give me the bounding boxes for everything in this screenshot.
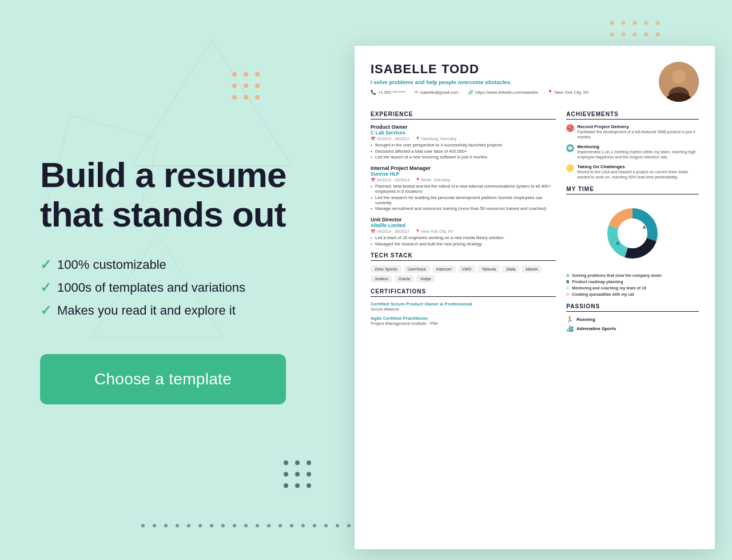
features-list: ✓ 100% customizable ✓ 1000s of templates… [40, 257, 315, 325]
donut-legend: A Solving problems that slow the company… [566, 272, 699, 298]
running-icon: 🏃 [566, 316, 573, 323]
resume-header: ISABELLE TODD I solve problems and help … [371, 62, 699, 102]
check-icon-3: ✓ [40, 303, 51, 319]
svg-point-29 [645, 33, 649, 37]
svg-point-30 [656, 33, 660, 37]
svg-text:B: B [639, 241, 642, 245]
achievements-title: ACHIEVEMENTS [566, 111, 699, 120]
feature-item-1: ✓ 100% customizable [40, 257, 315, 273]
adrenaline-icon: 🏄 [566, 325, 573, 332]
job-meta-2: 📅 04/2012 - 03/2014 📍 Berlin, Germany [371, 178, 556, 182]
job-bullets-1: Brought in the user perspective to 4 suc… [371, 142, 556, 160]
resume-location: 📍 New York City, NY [547, 90, 590, 95]
achievement-3: ⚡ Taking On Challenges Moved to the USA … [566, 164, 699, 180]
svg-point-26 [610, 33, 614, 37]
svg-point-21 [610, 21, 614, 25]
svg-text:A: A [643, 225, 646, 229]
passions-section: PASSIONS 🏃 Running 🏄 Adrenaline Sports [566, 303, 699, 332]
chat-icon: 💬 [566, 144, 574, 152]
bolt-icon: ⚡ [566, 164, 574, 172]
job-entry-3: Unit Director Altalife Limited 📅 04/2014… [371, 217, 556, 247]
cert-entry-1: Certified Scrum Product Owner & Professi… [371, 301, 556, 312]
donut-chart: A B C D [566, 199, 699, 268]
job-meta-1: 📅 02/2010 - 04/2012 📍 Hamburg, Germany [371, 137, 556, 141]
legend-b: B Product roadmap planning [566, 279, 699, 285]
tech-stack-title: TECH STACK [371, 252, 556, 261]
passions-title: PASSIONS [566, 303, 699, 312]
location-icon: 📍 [547, 90, 553, 95]
legend-a: A Solving problems that slow the company… [566, 272, 699, 279]
experience-title: EXPERIENCE [371, 111, 556, 120]
resume-preview: ISABELLE TODD I solve problems and help … [355, 46, 715, 549]
check-icon-2: ✓ [40, 280, 51, 296]
email-icon: ✉ [415, 90, 419, 95]
feature-item-2: ✓ 1000s of templates and variations [40, 280, 315, 296]
check-icon-1: ✓ [40, 257, 51, 273]
achievements-section: ACHIEVEMENTS 🚀 Record Project Delivery F… [566, 111, 699, 180]
resume-website: 🔗 https://www.linkedin.com/isabelle [468, 90, 538, 95]
resume-right-col: ACHIEVEMENTS 🚀 Record Project Delivery F… [566, 111, 699, 335]
achievement-2: 💬 Mentoring Implemented 1-on-1 meeting r… [566, 144, 699, 160]
svg-point-25 [656, 21, 660, 25]
achievement-1: 🚀 Record Project Delivery Facilitated th… [566, 124, 699, 140]
svg-point-23 [633, 21, 637, 25]
passion-2: 🏄 Adrenaline Sports [566, 325, 699, 332]
svg-point-22 [622, 21, 626, 25]
job-entry-1: Product Owner C Lab Services 📅 02/2010 -… [371, 124, 556, 160]
resume-body: EXPERIENCE Product Owner C Lab Services … [371, 111, 699, 335]
link-icon: 🔗 [468, 90, 474, 95]
headline: Build a resume that stands out [40, 156, 315, 233]
svg-point-28 [633, 33, 637, 37]
feature-item-3: ✓ Makes you read it and explore it [40, 303, 315, 319]
tech-stack-section: TECH STACK Zoho Sprints UserVoice Interc… [371, 252, 556, 283]
job-meta-3: 📅 04/2014 - 09/2017 📍 New York City, NY [371, 229, 556, 234]
svg-text:C: C [616, 241, 619, 245]
tech-grid: Zoho Sprints UserVoice Intercom VWO Tabo… [371, 265, 556, 283]
resume-tagline: I solve problems and help people overcom… [371, 79, 589, 85]
choose-template-button[interactable]: Choose a template [40, 354, 286, 404]
my-time-section: MY TIME [566, 186, 699, 298]
legend-c: C Mentoring and coaching my team of 16 [566, 285, 699, 291]
resume-phone: 📞 +1 000 *** **** [371, 90, 405, 95]
svg-text:D: D [621, 222, 624, 226]
certifications-title: CERTIFICATIONS [371, 288, 556, 297]
legend-d: D Cooking quesadillas with my cat [566, 291, 699, 297]
resume-left-col: EXPERIENCE Product Owner C Lab Services … [371, 111, 556, 335]
job-bullets-2: Planned, beta-tested and led the rollout… [371, 184, 556, 211]
svg-point-67 [672, 70, 686, 84]
phone-icon: 📞 [371, 90, 376, 95]
svg-point-27 [622, 33, 626, 37]
passion-1: 🏃 Running [566, 316, 699, 323]
cert-entry-2: Agile Certified Practitioner Project Man… [371, 316, 556, 326]
experience-section: EXPERIENCE Product Owner C Lab Services … [371, 111, 556, 247]
resume-name: ISABELLE TODD [371, 62, 589, 77]
avatar [659, 62, 699, 102]
rocket-icon: 🚀 [566, 124, 574, 132]
left-panel: Build a resume that stands out ✓ 100% cu… [0, 0, 349, 560]
my-time-title: MY TIME [566, 186, 699, 194]
resume-contact: 📞 +1 000 *** **** ✉ isabelle@gmail.com 🔗… [371, 90, 589, 95]
job-bullets-3: Led a team of 16 engineers working on a … [371, 235, 556, 247]
job-entry-2: Internal Project Manager Sunrise HLP 📅 0… [371, 165, 556, 211]
svg-point-24 [645, 21, 649, 25]
resume-name-block: ISABELLE TODD I solve problems and help … [371, 62, 589, 95]
certifications-section: CERTIFICATIONS Certified Scrum Product O… [371, 288, 556, 326]
resume-email: ✉ isabelle@gmail.com [415, 90, 459, 95]
